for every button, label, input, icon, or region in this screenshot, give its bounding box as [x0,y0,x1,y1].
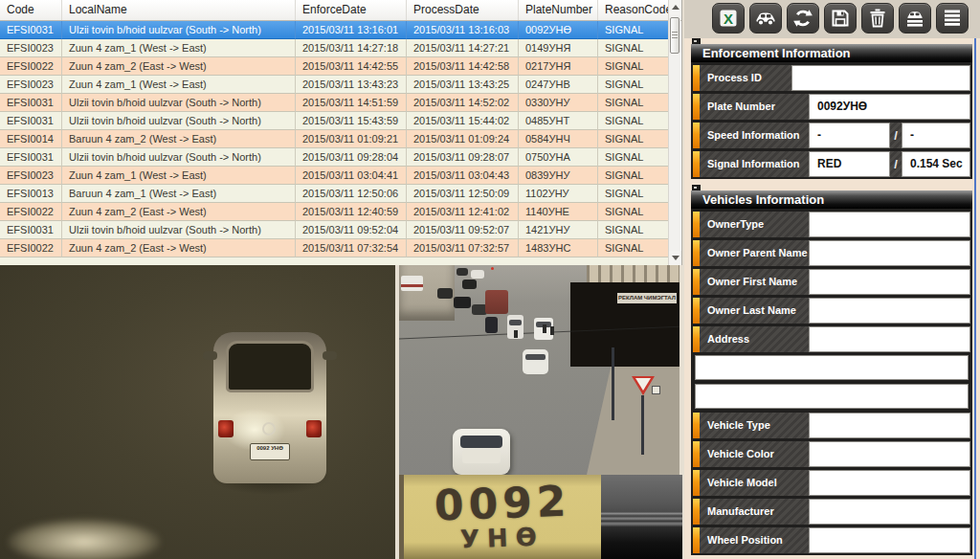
table-row[interactable]: EFSI0031 Ulzii tovin b/hoid uulzvar (Sou… [0,148,670,167]
taillight-left [218,420,234,437]
vehicle-report-button[interactable] [899,3,931,34]
signal-time-field[interactable]: 0.154 Sec [902,151,970,177]
cell-enforcedate: 2015/03/11 12:40:59 [295,203,406,221]
table-vertical-scrollbar[interactable] [668,0,680,265]
table-row[interactable]: EFSI0031 Ulzii tovin b/hoid uulzvar (Sou… [0,112,670,130]
accent-bar [693,151,700,177]
address-extra-field-2[interactable] [695,384,969,409]
windshield [460,436,502,448]
trash-icon [866,7,889,30]
manufacturer-field[interactable] [809,499,970,525]
wheel-position-field[interactable] [809,527,970,553]
vehicle-model-field[interactable] [809,470,970,496]
light-pole [612,347,614,420]
cell-code: EFSI0022 [0,239,61,257]
process-id-label: Process ID [700,65,791,91]
owner-type-field[interactable] [809,212,970,237]
table-row[interactable]: EFSI0031 Ulzii tovin b/hoid uulzvar (Sou… [0,94,670,112]
save-button[interactable] [824,3,857,34]
owner-parent-name-label: Owner Parent Name [700,240,809,266]
accent-bar [693,499,700,525]
panel-collapse-handle[interactable] [692,38,701,44]
excel-icon: X [717,7,740,30]
cell-code: EFSI0031 [0,112,61,130]
excel-export-button[interactable]: X [712,3,745,34]
speed-limit-field[interactable]: - [902,123,970,148]
vehicle-type-field[interactable] [809,413,970,438]
column-header-processdate[interactable]: ProcessDate [406,0,518,20]
column-header-reasoncode[interactable]: ReasonCode [597,0,670,20]
plate-closeup-number: 0092 [434,481,571,527]
refresh-button[interactable] [787,3,819,34]
bus-stripe [401,284,423,287]
table-row[interactable]: EFSI0031 Ulzii tovin b/hoid uulzvar (Sou… [0,21,670,39]
scrollbar-thumb[interactable] [670,17,679,54]
owner-last-name-field[interactable] [809,298,970,324]
column-header-code[interactable]: Code [0,0,61,20]
table-row[interactable]: EFSI0013 Baruun 4 zam_1 (West -> East) 2… [0,185,670,203]
vehicle-model-row: Vehicle Model [693,470,970,496]
pedestrian [514,330,518,338]
owner-first-name-field[interactable] [809,269,970,295]
vehicle-color-label: Vehicle Color [700,441,809,467]
vehicle-type-row: Vehicle Type [693,413,970,438]
table-row[interactable]: EFSI0023 Zuun 4 zam_1 (West -> East) 201… [0,39,670,57]
owner-parent-name-field[interactable] [809,240,970,266]
enforcement-information-panel: Enforcement Information Process ID Plate… [691,44,972,179]
column-header-localname[interactable]: LocalName [61,0,295,20]
scrollbar-down-button[interactable] [669,251,681,265]
accent-bar [693,269,700,295]
cell-enforcedate: 2015/03/11 12:50:06 [295,185,406,203]
wheel-position-label: Wheel Position [700,527,809,553]
shop-sign: РЕКЛАМ ЧИМЭГТАЛ [617,293,677,303]
panel-collapse-handle[interactable] [692,185,701,190]
owner-first-name-label: Owner First Name [700,269,809,295]
accent-bar [693,527,700,553]
cell-reasoncode: SIGNAL [597,185,670,203]
scrollbar-up-button[interactable] [669,0,681,14]
panel-splitter[interactable] [974,38,976,559]
cell-enforcedate: 2015/03/11 03:04:41 [295,167,406,185]
table-row[interactable]: EFSI0022 Zuun 4 zam_2 (East -> West) 201… [0,57,670,76]
cell-localname: Ulzii tovin b/hoid uulzvar (South -> Nor… [61,112,295,130]
address-field[interactable] [809,326,970,352]
white-sedan-bottom [453,429,510,475]
cell-localname: Zuun 4 zam_1 (West -> East) [61,167,295,185]
list-button[interactable] [936,3,969,34]
table-row[interactable]: EFSI0031 Ulzii tovin b/hoid uulzvar (Sou… [0,221,670,239]
dark-car [454,297,471,308]
cell-processdate: 2015/03/11 12:41:02 [406,203,518,221]
column-header-platenumber[interactable]: PlateNumber [518,0,597,20]
red-truck [485,290,508,314]
plate-number-field[interactable]: 0092УНӨ [809,94,970,120]
cell-platenumber: 0149УНЯ [518,39,597,57]
address-extra-field-1[interactable] [695,355,969,380]
table-row[interactable]: EFSI0023 Zuun 4 zam_1 (West -> East) 201… [0,76,670,94]
cell-platenumber: 1102УНУ [518,185,597,203]
vehicle-button[interactable] [749,3,782,34]
table-row[interactable]: EFSI0022 Zuun 4 zam_2 (East -> West) 201… [0,239,670,257]
vehicle-color-field[interactable] [809,441,970,467]
cell-enforcedate: 2015/03/11 13:43:23 [295,76,406,94]
accent-bar [693,212,700,237]
cell-platenumber: 0092УНӨ [518,21,597,39]
queued-car [471,270,484,279]
signal-color-field[interactable]: RED [809,151,890,177]
process-id-field[interactable] [791,65,970,91]
car-list-icon [903,7,926,30]
cell-processdate: 2015/03/11 14:52:02 [406,94,518,112]
cell-enforcedate: 2015/03/11 09:28:04 [295,148,406,167]
table-row[interactable]: EFSI0023 Zuun 4 zam_1 (West -> East) 201… [0,167,670,185]
cell-reasoncode: SIGNAL [597,21,670,39]
table-row[interactable]: EFSI0014 Baruun 4 zam_2 (West -> East) 2… [0,130,670,148]
car-window [525,354,546,361]
delete-button[interactable] [861,3,894,34]
cell-processdate: 2015/03/11 14:42:58 [406,57,518,76]
accent-bar [693,441,700,467]
cell-localname: Ulzii tovin b/hoid uulzvar (South -> Nor… [61,21,295,39]
table-row[interactable]: EFSI0022 Zuun 4 zam_2 (East -> West) 201… [0,203,670,221]
cell-reasoncode: SIGNAL [597,167,670,185]
speed-information-row: Speed Information - / - [693,123,970,148]
column-header-enforcedate[interactable]: EnforceDate [295,0,406,20]
speed-value-field[interactable]: - [809,123,890,148]
